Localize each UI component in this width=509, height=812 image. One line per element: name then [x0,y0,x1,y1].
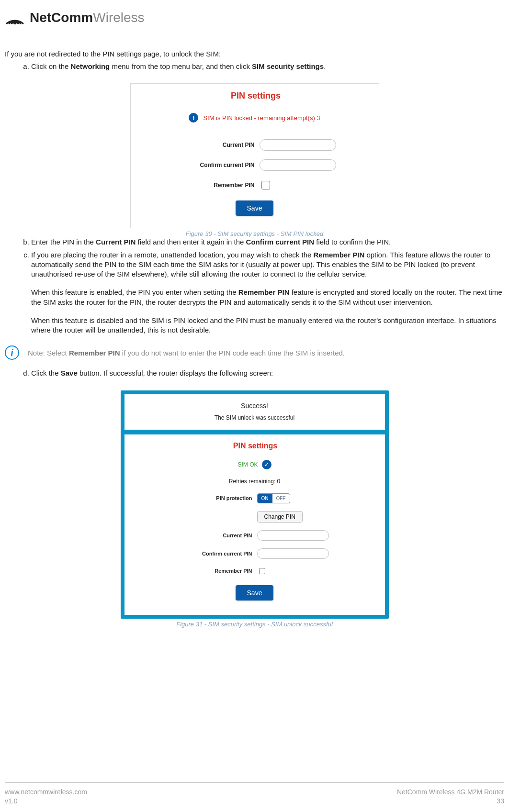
footer-url: www.netcommwireless.com [5,788,87,797]
figure-30: PIN settings ! SIM is PIN locked - remai… [5,83,504,237]
figure-31-caption: Figure 31 - SIM security settings - SIM … [5,621,504,628]
remember-pin-label: Remember PIN [173,182,255,189]
footer-product: NetComm Wireless 4G M2M Router [397,788,504,797]
info-icon: i [5,345,19,360]
current-pin-input[interactable] [260,139,336,151]
toggle-on[interactable]: ON [258,494,272,503]
current-pin-label-2: Current PIN [176,533,252,538]
brand-logo: NetCommWireless [5,10,504,26]
step-a: Click on the Networking menu from the to… [31,62,504,71]
brand-name-bold: NetComm [30,10,93,25]
svg-point-0 [13,22,16,24]
alert-icon: ! [189,113,198,122]
pin-protection-label: PIN protection [176,495,252,501]
step-d: Click the Save button. If successful, th… [31,368,504,378]
step-c: If you are placing the router in a remot… [31,250,504,335]
sim-locked-alert: ! SIM is PIN locked - remaining attempt(… [140,113,369,122]
current-pin-input-2[interactable] [257,530,329,541]
pin-settings-title: PIN settings [143,91,369,101]
note-text: Note: Select Remember PIN if you do not … [28,349,345,357]
success-message: The SIM unlock was successful [133,414,376,421]
sim-ok-text: SIM OK [238,461,258,468]
note-block: i Note: Select Remember PIN if you do no… [5,345,504,360]
pin-protection-toggle[interactable]: ON OFF [257,493,290,503]
brand-wireless-icon [5,10,25,26]
save-button-2[interactable]: Save [236,585,274,601]
panel-divider [124,430,385,434]
check-icon: ✓ [262,460,271,469]
alert-message: SIM is PIN locked - remaining attempt(s)… [203,114,320,122]
brand-text: NetCommWireless [30,10,145,25]
remember-pin-checkbox-2[interactable] [259,568,265,574]
success-title: Success! [133,402,376,410]
success-banner: Success! The SIM unlock was successful [124,394,385,430]
footer-page: 33 [397,797,504,806]
figure-31: Success! The SIM unlock was successful P… [5,390,504,628]
pin-settings-title-2: PIN settings [136,442,375,450]
toggle-off[interactable]: OFF [272,494,290,503]
page-footer: www.netcommwireless.com v1.0 NetComm Wir… [5,782,504,806]
current-pin-label: Current PIN [173,142,255,148]
confirm-pin-label: Confirm current PIN [173,162,255,168]
brand-name-light: Wireless [93,10,144,25]
figure-30-caption: Figure 30 - SIM security settings - SIM … [5,230,504,237]
confirm-pin-input[interactable] [260,159,336,171]
confirm-pin-label-2: Confirm current PIN [176,551,252,556]
step-b: Enter the PIN in the Current PIN field a… [31,237,504,247]
change-pin-button[interactable]: Change PIN [257,511,303,523]
remember-pin-label-2: Remember PIN [176,568,252,574]
pin-settings-panel-locked: PIN settings ! SIM is PIN locked - remai… [130,83,379,228]
intro-text: If you are not redirected to the PIN set… [5,50,504,58]
pin-settings-panel-success: Success! The SIM unlock was successful P… [121,390,389,619]
sim-ok-status: SIM OK ✓ [134,460,375,469]
remember-pin-checkbox[interactable] [261,181,270,189]
save-button[interactable]: Save [236,200,274,216]
retries-remaining: Retries remaining: 0 [134,478,375,485]
footer-version: v1.0 [5,797,87,806]
confirm-pin-input-2[interactable] [257,548,329,559]
